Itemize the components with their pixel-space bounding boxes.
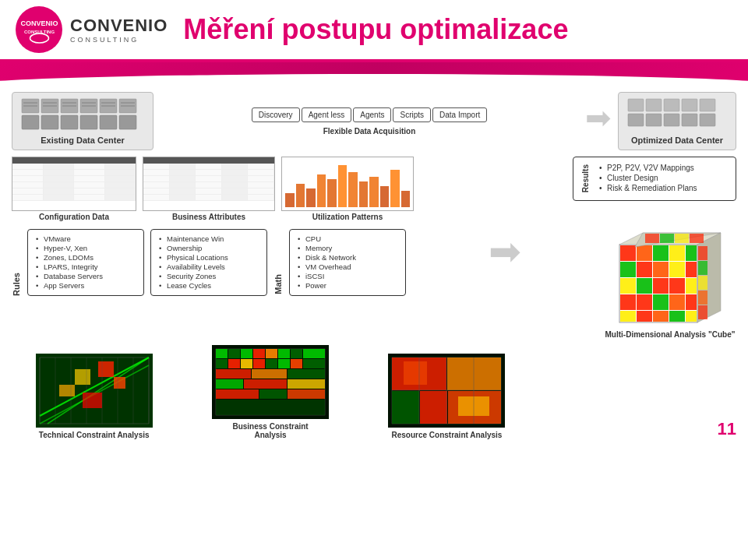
svg-rect-48 [686, 262, 697, 277]
svg-rect-97 [266, 349, 277, 358]
svg-rect-51 [653, 278, 669, 294]
logo-sub-text: CONSULTING [70, 36, 168, 44]
method-agents: Agents [353, 107, 391, 122]
results-box: Results P2P, P2V, V2V Mappings Cluster D… [573, 157, 736, 201]
svg-rect-69 [675, 234, 689, 243]
maint-item-3: Availability Levels [167, 262, 259, 271]
math-list: CPU Memory Disk & Network VM Overhead iS… [298, 234, 397, 290]
technical-chart [36, 354, 153, 428]
rules-vertical-label: Rules [12, 273, 21, 296]
method-scripts: Scripts [393, 107, 431, 122]
rules-item-2: Zones, LDOMs [44, 253, 136, 262]
svg-rect-81 [75, 369, 90, 385]
logo-area: CONVENIO CONSULTING CONVENIO CONSULTING [16, 6, 168, 53]
svg-rect-37 [700, 114, 715, 126]
cube-section: Multi-Dimensional Analysis "Cube" [604, 229, 736, 339]
datacenter-row: Existing Data Center Discovery Agent les… [12, 92, 736, 150]
math-item-3: VM Overhead [305, 262, 397, 271]
svg-rect-32 [700, 99, 715, 111]
config-data-table [12, 157, 136, 211]
bottom-thumbnails: Technical Constraint Analysis [12, 345, 736, 439]
math-item-4: iSCSI [305, 272, 397, 280]
utilization-section: Utilization Patterns [281, 157, 414, 221]
svg-rect-110 [252, 369, 287, 379]
svg-rect-52 [669, 278, 685, 294]
maint-item-2: Physical Locations [167, 253, 259, 262]
svg-text:CONVENIO: CONVENIO [20, 19, 58, 27]
svg-rect-39 [620, 245, 636, 261]
svg-rect-15 [119, 115, 136, 129]
cube-label: Multi-Dimensional Analysis "Cube" [605, 330, 736, 339]
config-data-label: Configuration Data [39, 213, 109, 221]
rules-item-4: Database Servers [44, 272, 136, 280]
math-item-5: Power [305, 281, 397, 290]
svg-rect-44 [620, 262, 636, 277]
svg-rect-29 [646, 99, 662, 111]
svg-rect-112 [216, 379, 243, 389]
svg-rect-11 [41, 115, 58, 129]
results-item-2: Risk & Remediation Plans [607, 184, 697, 192]
results-item-1: Cluster Design [607, 174, 697, 182]
svg-rect-100 [303, 349, 325, 358]
svg-rect-57 [669, 294, 685, 310]
svg-rect-72 [698, 261, 707, 275]
math-item-1: Memory [305, 244, 397, 252]
maintenance-list: Maintenance Win Ownership Physical Locat… [159, 234, 259, 290]
business-attr-section: Business Attributes [143, 157, 275, 221]
svg-rect-36 [682, 114, 697, 126]
svg-rect-43 [686, 245, 697, 261]
business-attr-label: Business Attributes [172, 213, 245, 221]
svg-rect-30 [664, 99, 679, 111]
svg-rect-116 [259, 389, 287, 399]
rules-item-1: Hyper-V, Xen [44, 244, 136, 252]
svg-rect-41 [653, 245, 669, 261]
svg-rect-28 [628, 99, 644, 111]
svg-rect-14 [100, 115, 117, 129]
svg-rect-53 [686, 278, 697, 294]
svg-rect-126 [404, 361, 427, 385]
method-dataimport: Data Import [432, 107, 487, 122]
math-item-0: CPU [305, 234, 397, 243]
svg-rect-108 [303, 359, 325, 368]
math-box: CPU Memory Disk & Network VM Overhead iS… [289, 229, 406, 296]
svg-rect-47 [669, 262, 685, 277]
svg-rect-96 [253, 349, 265, 358]
svg-rect-122 [447, 357, 501, 390]
svg-rect-42 [669, 245, 685, 261]
svg-rect-58 [686, 294, 697, 310]
data-row: Configuration Data Business Attributes [12, 157, 736, 221]
svg-rect-59 [620, 311, 636, 322]
svg-rect-106 [278, 359, 290, 368]
svg-rect-101 [216, 359, 228, 368]
maint-item-5: Lease Cycles [167, 281, 259, 290]
results-item-0: P2P, P2V, V2V Mappings [607, 164, 697, 172]
svg-rect-67 [645, 234, 659, 243]
method-discovery: Discovery [252, 107, 300, 122]
method-boxes: Discovery Agent less Agents Scripts Data… [252, 107, 488, 122]
svg-rect-78 [98, 361, 114, 377]
main-content: Existing Data Center Discovery Agent les… [0, 86, 748, 446]
svg-rect-50 [637, 278, 652, 294]
svg-rect-45 [637, 262, 652, 277]
svg-rect-62 [669, 311, 685, 322]
svg-rect-79 [114, 377, 125, 389]
rules-list: VMware Hyper-V, Xen Zones, LDOMs LPARS, … [36, 234, 136, 290]
maint-item-0: Maintenance Win [167, 234, 259, 243]
rules-math-row: Rules VMware Hyper-V, Xen Zones, LDOMs L… [12, 229, 736, 339]
svg-rect-104 [253, 359, 265, 368]
large-arrow-icon: ➡ [489, 229, 521, 274]
math-item-2: Disk & Network [305, 253, 397, 262]
business-label: Business ConstraintAnalysis [188, 422, 352, 439]
config-data-section: Configuration Data [12, 157, 136, 221]
logo-text: CONVENIO CONSULTING [70, 16, 168, 44]
svg-rect-74 [698, 291, 707, 305]
math-vertical-label: Math [273, 274, 283, 294]
svg-rect-12 [61, 115, 78, 129]
svg-rect-94 [228, 349, 240, 358]
svg-rect-31 [682, 99, 697, 111]
rules-item-0: VMware [44, 234, 136, 243]
svg-rect-124 [420, 391, 447, 424]
svg-rect-111 [288, 369, 325, 379]
svg-rect-107 [291, 359, 302, 368]
existing-dc-label: Existing Data Center [20, 136, 145, 145]
